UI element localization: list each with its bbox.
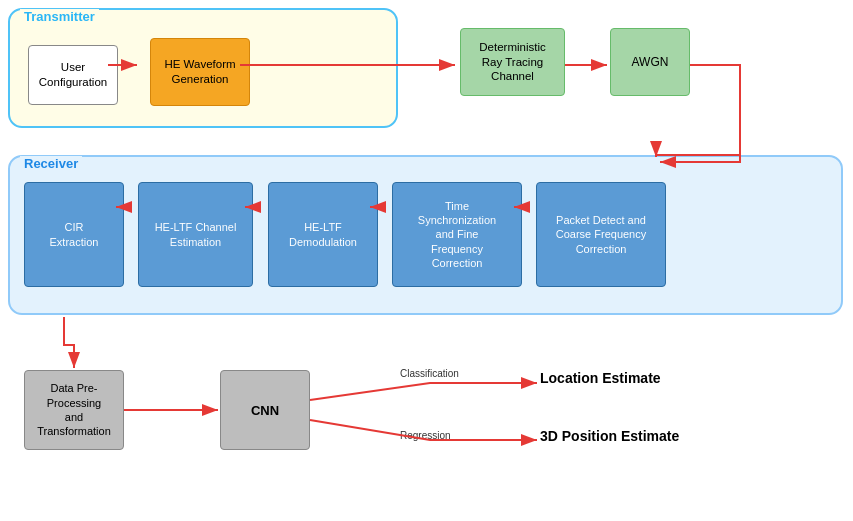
cir-extraction-block: CIRExtraction (24, 182, 124, 287)
awgn-text: AWGN (632, 55, 669, 69)
arrow-cnn-to-location (310, 383, 537, 400)
classification-label: Classification (400, 368, 459, 379)
cir-text: CIRExtraction (50, 220, 99, 249)
position-3d-label: 3D Position Estimate (540, 428, 679, 444)
packet-detect-block: Packet Detect andCoarse FrequencyCorrect… (536, 182, 666, 287)
det-ray-block: DeterministicRay TracingChannel (460, 28, 565, 96)
det-ray-text: DeterministicRay TracingChannel (479, 40, 545, 85)
packet-detect-text: Packet Detect andCoarse FrequencyCorrect… (556, 213, 647, 256)
cnn-text: CNN (251, 403, 279, 418)
data-preprocessing-block: Data Pre-ProcessingandTransformation (24, 370, 124, 450)
he-waveform-block: HE WaveformGeneration (150, 38, 250, 106)
receiver-container: Receiver CIRExtraction HE-LTF ChannelEst… (8, 155, 843, 315)
receiver-label: Receiver (20, 156, 82, 171)
regression-label: Regression (400, 430, 451, 441)
heltf-demod-block: HE-LTFDemodulation (268, 182, 378, 287)
heltf-channel-block: HE-LTF ChannelEstimation (138, 182, 253, 287)
heltf-channel-text: HE-LTF ChannelEstimation (155, 220, 237, 249)
time-sync-block: TimeSynchronizationand FineFrequencyCorr… (392, 182, 522, 287)
data-pre-text: Data Pre-ProcessingandTransformation (37, 381, 111, 438)
cnn-block: CNN (220, 370, 310, 450)
he-waveform-text: HE WaveformGeneration (164, 57, 235, 87)
awgn-block: AWGN (610, 28, 690, 96)
arrow-awgn-to-receiver-right (660, 96, 740, 162)
user-config-text: UserConfiguration (39, 60, 107, 90)
location-estimate-label: Location Estimate (540, 370, 661, 386)
user-config-block: UserConfiguration (28, 45, 118, 105)
arrow-cir-to-dataprep (64, 317, 74, 368)
time-sync-text: TimeSynchronizationand FineFrequencyCorr… (418, 199, 496, 270)
transmitter-label: Transmitter (20, 9, 99, 24)
transmitter-container: Transmitter UserConfiguration HE Wavefor… (8, 8, 398, 128)
heltf-demod-text: HE-LTFDemodulation (289, 220, 357, 249)
